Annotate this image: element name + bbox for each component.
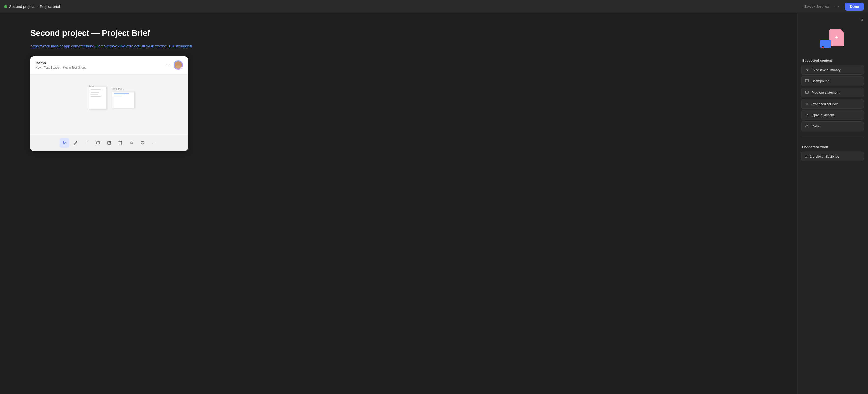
suggestion-label: Risks (812, 124, 820, 128)
open-questions-icon: ? (805, 113, 809, 117)
embed-canvas[interactable]: Page Team Pla... (30, 74, 188, 135)
embed-card: Demo Kevin Test Space in Kevin Test Grou… (30, 56, 188, 151)
embed-title: Demo (36, 61, 86, 65)
tool-pen[interactable] (71, 138, 81, 148)
canvas-team-line (114, 95, 125, 95)
svg-point-17 (807, 127, 807, 127)
svg-rect-1 (108, 141, 111, 144)
tool-more[interactable]: ··· (149, 138, 159, 148)
suggestion-problem-statement[interactable]: Problem statement (801, 88, 864, 97)
connected-work-title: Connected work (801, 145, 864, 149)
connected-work-section: Connected work ◇ 2 project milestones (797, 141, 868, 165)
tool-sticker[interactable]: ☺ (127, 138, 136, 148)
suggested-content-title: Suggested content (801, 59, 864, 62)
svg-rect-0 (96, 142, 99, 144)
tool-text[interactable]: T (82, 138, 92, 148)
avatar-status-dot (180, 67, 183, 70)
canvas-line (91, 91, 103, 91)
tool-frame[interactable] (116, 138, 125, 148)
tool-rectangle[interactable] (93, 138, 103, 148)
canvas-line (91, 92, 99, 93)
proposed-solution-icon: ☆ (805, 102, 809, 106)
tool-select[interactable] (60, 138, 69, 148)
connected-milestones[interactable]: ◇ 2 project milestones (801, 152, 864, 161)
canvas-items: Page Team Pla... (74, 84, 145, 125)
suggestion-open-questions[interactable]: ? Open questions (801, 110, 864, 120)
illustration: ✦ (820, 29, 845, 50)
frame-icon (118, 141, 122, 145)
page-title: Second project — Project Brief (30, 28, 777, 38)
suggestion-label: Background (812, 79, 829, 83)
suggestion-proposed-solution[interactable]: ☆ Proposed solution (801, 99, 864, 109)
done-button[interactable]: Done (845, 3, 864, 11)
topbar-right: Saved • Just now ··· Done (804, 3, 864, 11)
suggestion-label: Proposed solution (812, 102, 838, 106)
executive-summary-icon: A (805, 68, 809, 72)
collapse-panel-button[interactable]: ⇥ (859, 16, 864, 23)
canvas-page-lines (89, 87, 106, 99)
content-area: Second project — Project Brief https://w… (0, 13, 797, 394)
embed-more-button[interactable]: ··· (166, 63, 170, 67)
suggestion-label: Executive summary (812, 68, 840, 72)
suggestion-risks[interactable]: Risks (801, 121, 864, 131)
panel-divider (801, 138, 864, 138)
pen-icon (74, 141, 78, 145)
avatar (174, 60, 183, 70)
suggestion-executive-summary[interactable]: A Executive summary (801, 65, 864, 75)
suggestion-label: Open questions (812, 113, 835, 117)
embed-header: Demo Kevin Test Space in Kevin Test Grou… (30, 56, 188, 74)
more-options-button[interactable]: ··· (832, 3, 842, 10)
topbar: Second project › Project brief Saved • J… (0, 0, 868, 13)
breadcrumb-separator: › (37, 5, 38, 9)
sticky-icon (107, 141, 111, 145)
embed-header-right: ··· (166, 60, 183, 70)
right-panel: ⇥ ✦ Suggested content A Executive summ (797, 13, 868, 394)
risks-icon (805, 124, 809, 128)
canvas-team-label: Team Pla... (111, 88, 124, 90)
invision-link[interactable]: https://work.invisionapp.com/freehand/De… (30, 44, 777, 48)
main-layout: Second project — Project Brief https://w… (0, 13, 868, 394)
illus-star-icon: ✦ (835, 34, 839, 40)
breadcrumb-page: Project brief (40, 4, 60, 9)
saved-status: Saved • Just now (804, 5, 829, 8)
svg-rect-11 (805, 79, 808, 82)
canvas-line (91, 96, 101, 97)
embed-title-area: Demo Kevin Test Space in Kevin Test Grou… (36, 61, 86, 69)
problem-statement-icon (805, 90, 809, 95)
canvas-team-doc (112, 92, 134, 108)
comment-icon (141, 141, 145, 145)
cursor-icon (62, 141, 66, 145)
canvas-line (91, 89, 100, 90)
tool-comment[interactable] (138, 138, 148, 148)
canvas-page-doc (89, 87, 107, 109)
illus-chat-dot (822, 46, 824, 49)
illus-chat (820, 40, 831, 48)
panel-collapse-area: ⇥ (797, 13, 868, 24)
background-icon (805, 79, 809, 83)
canvas-team-lines (112, 92, 134, 98)
embed-toolbar: T (30, 135, 188, 151)
canvas-team-line (114, 96, 121, 96)
topbar-left: Second project › Project brief (4, 4, 802, 9)
canvas-team-line (114, 93, 129, 94)
illus-doc: ✦ (829, 29, 844, 46)
svg-rect-14 (805, 91, 808, 93)
embed-subtitle: Kevin Test Space in Kevin Test Group (36, 66, 86, 69)
breadcrumb-project[interactable]: Second project (9, 4, 34, 9)
panel-illustration: ✦ (797, 24, 868, 55)
milestone-icon: ◇ (805, 154, 807, 158)
suggestion-label: Problem statement (812, 91, 839, 94)
tool-sticky[interactable] (104, 138, 114, 148)
connected-label: 2 project milestones (810, 155, 839, 158)
illus-doc-fold (840, 29, 844, 33)
canvas-line (91, 94, 98, 95)
project-status-dot (4, 5, 7, 8)
svg-rect-2 (119, 142, 122, 144)
suggestion-background[interactable]: Background (801, 76, 864, 86)
rectangle-icon (96, 141, 100, 145)
suggested-content-section: Suggested content A Executive summary Ba… (797, 55, 868, 135)
